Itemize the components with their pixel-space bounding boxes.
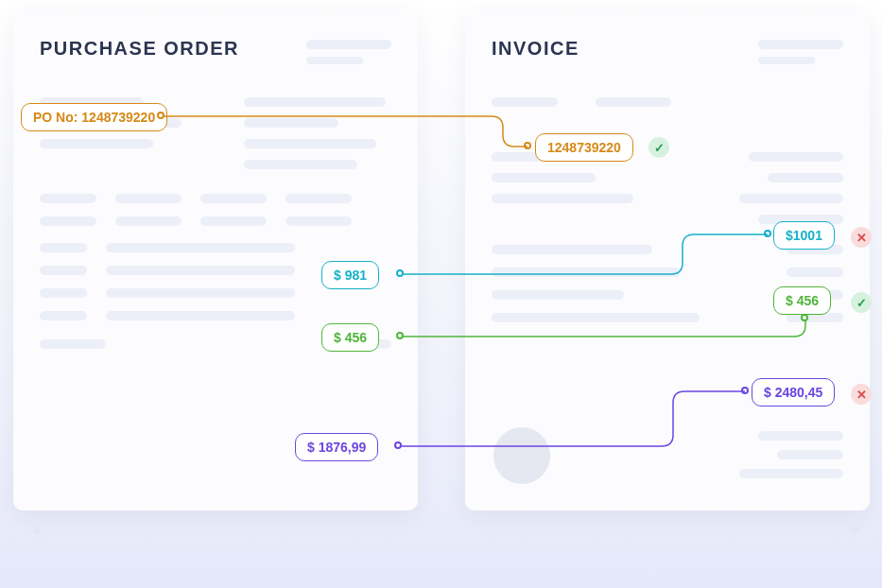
signature-placeholder bbox=[493, 427, 550, 484]
total-pill-right: $ 2480,45 bbox=[752, 378, 835, 406]
amount-456-pill-right: $ 456 bbox=[773, 286, 831, 315]
cross-icon: ✕ bbox=[851, 384, 872, 405]
amount-981-pill: $ 981 bbox=[321, 261, 379, 289]
sparkle-icon: ✦ bbox=[28, 520, 45, 545]
amount-1001-pill: $1001 bbox=[773, 221, 835, 250]
po-number-pill-right: 1248739220 bbox=[535, 133, 633, 162]
check-icon: ✓ bbox=[851, 292, 872, 313]
diagram-canvas: PURCHASE ORDER bbox=[0, 0, 882, 588]
total-pill-left: $ 1876,99 bbox=[295, 433, 378, 461]
cross-icon: ✕ bbox=[851, 227, 872, 248]
po-number-pill-left: PO No: 1248739220 bbox=[21, 103, 167, 131]
check-icon: ✓ bbox=[649, 137, 669, 158]
invoice-card: INVOICE bbox=[465, 9, 870, 510]
amount-456-pill-left: $ 456 bbox=[321, 323, 379, 352]
sparkle-icon: ✦ bbox=[846, 518, 863, 543]
